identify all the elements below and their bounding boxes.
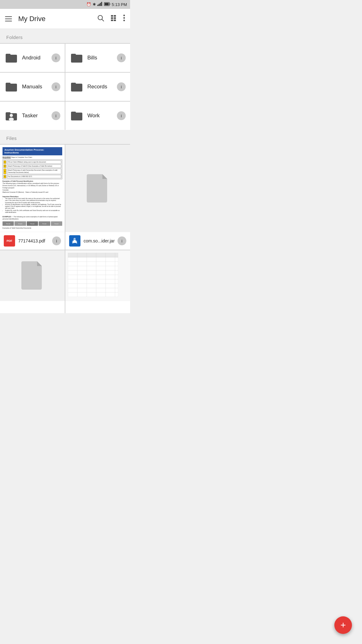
generic-file-icon-jar [87, 174, 109, 203]
folder-item-bills[interactable]: Bills i [65, 44, 130, 72]
signal-icon [97, 2, 102, 7]
svg-rect-5 [109, 3, 110, 5]
svg-point-15 [123, 14, 125, 16]
pdf-badge: PDF [4, 235, 15, 247]
page-title: My Drive [18, 15, 97, 23]
folder-name-tasker: Tasker [22, 113, 52, 119]
menu-button[interactable] [5, 14, 14, 23]
folder-icon-records [70, 81, 84, 92]
grid-view-icon[interactable] [110, 14, 118, 24]
folder-icon-manuals [4, 81, 18, 92]
folder-item-tasker[interactable]: Tasker i [0, 102, 65, 130]
svg-point-17 [123, 19, 125, 21]
file-preview-spreadsheet [65, 250, 130, 301]
folder-name-records: Records [87, 84, 117, 90]
folder-name-work: Work [87, 113, 117, 119]
svg-rect-13 [111, 19, 113, 21]
status-bar: ⏰ ✱ 5:13 PM [0, 0, 130, 9]
file-item-spreadsheet[interactable] [65, 250, 130, 313]
folder-name-bills: Bills [87, 55, 117, 61]
file-info-pdf[interactable]: i [52, 236, 61, 245]
more-options-icon[interactable] [123, 14, 125, 24]
file-item-jar[interactable]: com.so...ider.jar i [65, 145, 130, 250]
pdf-thumbnail: Asurion Documentation Process: Instructi… [0, 145, 65, 232]
file-info-jar[interactable]: i [118, 236, 126, 245]
svg-rect-1 [99, 4, 100, 6]
file-preview-generic1 [0, 250, 65, 301]
status-time: 5:13 PM [112, 2, 127, 7]
files-section-header: Files [0, 130, 130, 144]
battery-icon [104, 2, 110, 7]
svg-rect-2 [100, 3, 101, 6]
pdf-body: REQUIRED Steps to Complete Your Claim 1F… [3, 156, 62, 229]
file-preview-jar [65, 145, 130, 232]
svg-point-19 [9, 118, 14, 121]
svg-rect-14 [114, 19, 116, 21]
folder-icon-tasker [4, 110, 18, 121]
folder-info-android[interactable]: i [52, 53, 60, 62]
file-footer-pdf: PDF 77174413.pdf i [0, 232, 65, 250]
bluetooth-icon: ✱ [93, 2, 96, 7]
spreadsheet-preview [68, 253, 118, 297]
svg-point-16 [123, 17, 125, 19]
file-footer-generic1 [0, 301, 65, 313]
svg-rect-0 [97, 5, 98, 6]
file-item-generic1[interactable] [0, 250, 65, 313]
folder-name-manuals: Manuals [22, 84, 52, 90]
generic-file-icon-1 [21, 261, 43, 290]
folder-item-manuals[interactable]: Manuals i [0, 73, 65, 101]
search-icon[interactable] [97, 14, 104, 24]
folder-info-bills[interactable]: i [117, 53, 126, 62]
svg-rect-3 [101, 2, 102, 6]
pdf-header: Asurion Documentation Process: Instructi… [3, 147, 62, 155]
folder-item-work[interactable]: Work i [65, 102, 130, 130]
svg-rect-6 [105, 3, 109, 5]
jar-badge [69, 235, 80, 247]
app-bar: My Drive [0, 9, 130, 29]
file-item-pdf[interactable]: Asurion Documentation Process: Instructi… [0, 145, 65, 250]
folders-section-header: Folders [0, 29, 130, 43]
folder-icon-work [70, 110, 84, 121]
files-section: Files Asurion Documentation Process: Ins… [0, 130, 130, 313]
file-preview-pdf: Asurion Documentation Process: Instructi… [0, 145, 65, 232]
folder-info-work[interactable]: i [117, 111, 126, 120]
files-grid: Asurion Documentation Process: Instructi… [0, 144, 130, 313]
file-name-jar: com.so...ider.jar [84, 238, 118, 243]
folder-icon-bills [70, 52, 84, 64]
app-bar-actions [97, 14, 125, 24]
folder-item-android[interactable]: Android i [0, 44, 65, 72]
folder-item-records[interactable]: Records i [65, 73, 130, 101]
svg-rect-10 [114, 15, 116, 17]
folder-icon-android [4, 52, 18, 64]
svg-point-18 [10, 114, 13, 117]
file-name-pdf: 77174413.pdf [18, 238, 52, 243]
file-footer-jar: com.so...ider.jar i [65, 232, 130, 250]
file-footer-spreadsheet [65, 301, 130, 313]
svg-rect-11 [111, 17, 113, 19]
svg-rect-21 [68, 253, 118, 257]
folder-info-records[interactable]: i [117, 82, 126, 91]
alarm-icon: ⏰ [86, 2, 91, 7]
svg-rect-9 [111, 15, 113, 17]
folder-name-android: Android [22, 55, 52, 61]
folder-info-manuals[interactable]: i [52, 82, 60, 91]
status-icons: ⏰ ✱ 5:13 PM [86, 2, 127, 7]
folders-grid: Android i Bills i Manuals i Records i [0, 43, 130, 130]
svg-line-8 [102, 19, 104, 21]
folder-info-tasker[interactable]: i [52, 111, 60, 120]
svg-rect-12 [114, 17, 116, 19]
